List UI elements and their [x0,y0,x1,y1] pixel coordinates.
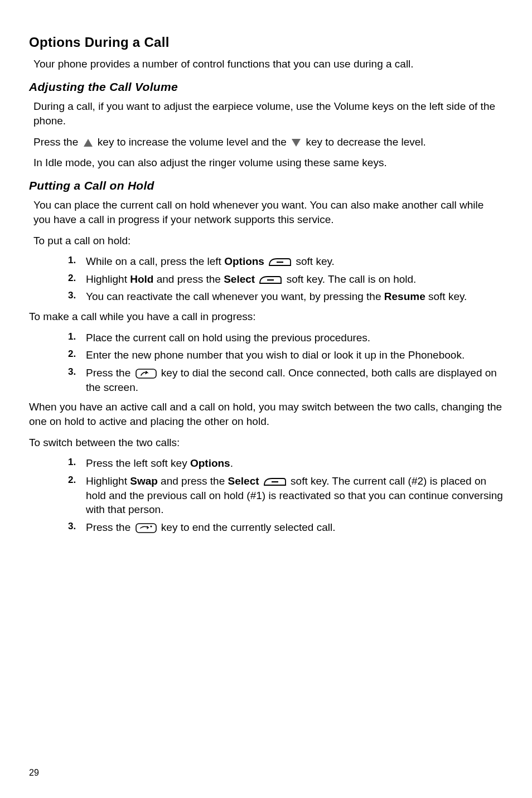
list-item: 2. Highlight Hold and press the Select s… [29,272,503,287]
hold-p4: When you have an active call and a call … [29,400,503,428]
step-number: 1. [68,254,78,269]
list-item: 1. Place the current call on hold using … [29,331,503,345]
softkey-icon [259,275,282,284]
volume-p1: During a call, if you want to adjust the… [33,99,503,128]
text: You can reactivate the call whenever you… [86,291,384,302]
text: and press the [153,273,224,285]
step-text: Enter the new phone number that you wish… [86,348,503,362]
hold-label: Hold [130,273,153,285]
step-number: 1. [68,331,78,345]
step-number: 3. [68,520,78,535]
step-text: Press the left soft key Options. [86,456,503,471]
switch-calls-steps-list: 1. Press the left soft key Options. 2. H… [29,456,503,534]
softkey-icon [263,477,287,486]
hold-p3: To make a call while you have a call in … [29,309,503,324]
text: soft key. The call is on hold. [287,273,417,285]
list-item: 3. Press the key to end the currently se… [29,520,503,535]
end-key-icon [135,523,157,534]
text: key to end the currently selected call. [161,521,336,533]
volume-heading: Adjusting the Call Volume [29,79,503,95]
step-text: Highlight Hold and press the Select soft… [86,272,503,287]
text: Press the [86,521,134,533]
hold-p2: To put a call on hold: [33,234,503,248]
options-label: Options [224,255,264,267]
text: key to increase the volume level and the [98,136,289,148]
step-text: Press the key to dial the second call. O… [86,366,503,394]
hold-heading: Putting a Call on Hold [29,178,503,194]
send-key-icon [135,368,157,379]
select-label: Select [224,273,255,285]
select-label: Select [228,475,259,487]
list-item: 2. Highlight Swap and press the Select s… [29,474,503,517]
list-item: 3. You can reactivate the call whenever … [29,289,503,304]
text: Highlight [86,273,130,285]
list-item: 2. Enter the new phone number that you w… [29,348,503,362]
second-call-steps-list: 1. Place the current call on hold using … [29,331,503,395]
text: Press the [86,367,134,379]
step-text: You can reactivate the call whenever you… [86,289,503,304]
volume-p2: Press the key to increase the volume lev… [33,135,503,149]
text: Highlight [86,475,130,487]
options-label: Options [190,457,230,469]
step-number: 1. [68,456,78,471]
list-item: 1. Press the left soft key Options. [29,456,503,471]
step-number: 2. [68,272,78,287]
text: While on a call, press the left [86,255,224,267]
step-number: 3. [68,366,78,394]
volume-down-icon [291,138,302,148]
step-text: Press the key to end the currently selec… [86,520,503,535]
hold-p1: You can place the current call on hold w… [33,198,503,226]
step-text: Highlight Swap and press the Select soft… [86,474,503,517]
resume-label: Resume [384,291,425,302]
step-text: Place the current call on hold using the… [86,331,503,345]
hold-steps-list: 1. While on a call, press the left Optio… [29,254,503,304]
volume-p3: In Idle mode, you can also adjust the ri… [33,156,503,170]
text: . [230,457,233,469]
text: soft key. [296,255,335,267]
step-text: While on a call, press the left Options … [86,254,503,269]
step-number: 2. [68,348,78,362]
list-item: 1. While on a call, press the left Optio… [29,254,503,269]
swap-label: Swap [130,475,158,487]
text: Press the [33,136,81,148]
section-intro: Your phone provides a number of control … [33,57,503,71]
text: soft key. [425,291,467,302]
list-item: 3. Press the key to dial the second call… [29,366,503,394]
softkey-icon [268,258,292,267]
step-number: 2. [68,474,78,517]
volume-up-icon [83,138,94,148]
text: and press the [158,475,228,487]
page-number: 29 [29,767,39,779]
step-number: 3. [68,289,78,304]
section-heading: Options During a Call [29,33,503,51]
text: key to decrease the level. [306,136,425,148]
hold-p5: To switch between the two calls: [29,436,503,450]
text: Press the left soft key [86,457,190,469]
